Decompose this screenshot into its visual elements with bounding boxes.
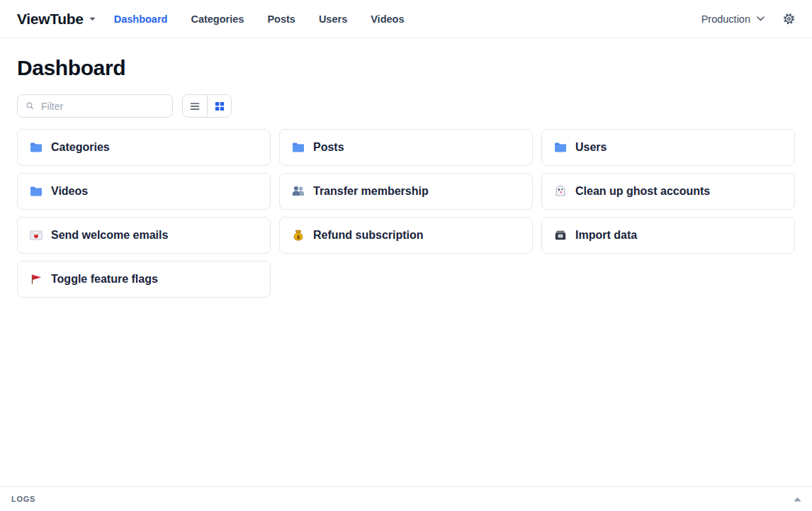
card-grid: Categories Posts Users Videos Transfer m… — [17, 129, 795, 298]
nav-item-dashboard[interactable]: Dashboard — [114, 13, 168, 25]
card-users[interactable]: Users — [541, 129, 795, 166]
settings-button[interactable] — [782, 11, 796, 26]
card-clean-up-ghost-accounts[interactable]: Clean up ghost accounts — [541, 173, 795, 210]
card-transfer-membership[interactable]: Transfer membership — [279, 173, 533, 210]
ghost-icon — [553, 184, 568, 198]
nav-item-categories[interactable]: Categories — [191, 13, 244, 25]
card-file-box-icon — [553, 228, 568, 242]
love-letter-icon — [29, 228, 43, 242]
top-bar: ViewTube DashboardCategoriesPostsUsersVi… — [0, 0, 812, 38]
grid-view-button[interactable] — [207, 95, 231, 117]
main-content: Dashboard Categories Posts Users Videos — [0, 55, 812, 298]
nav-item-users[interactable]: Users — [319, 13, 347, 25]
page-title: Dashboard — [17, 55, 795, 81]
money-bag-icon — [291, 228, 305, 242]
brand-name: ViewTube — [17, 11, 84, 28]
folder-icon — [553, 140, 568, 155]
logs-collapse-button[interactable] — [794, 497, 801, 502]
flag-icon — [29, 272, 43, 286]
environment-switcher[interactable]: Production — [701, 13, 765, 25]
brand-menu[interactable]: ViewTube — [17, 11, 96, 28]
environment-label: Production — [701, 13, 750, 25]
card-refund-subscription[interactable]: Refund subscription — [279, 217, 533, 254]
toolbar — [17, 94, 795, 118]
chevron-down-icon — [757, 16, 765, 21]
chevron-down-icon — [89, 17, 96, 21]
logs-panel-header[interactable]: LOGS — [0, 486, 812, 511]
gear-icon — [782, 11, 796, 26]
card-send-welcome-emails[interactable]: Send welcome emails — [17, 217, 271, 254]
card-videos[interactable]: Videos — [17, 173, 271, 210]
folder-icon — [291, 140, 305, 155]
triangle-up-icon — [794, 497, 801, 502]
card-toggle-feature-flags[interactable]: Toggle feature flags — [17, 261, 271, 298]
folder-icon — [29, 140, 43, 155]
nav-item-posts[interactable]: Posts — [267, 13, 295, 25]
list-icon — [188, 100, 201, 113]
list-view-button[interactable] — [183, 95, 207, 117]
filter-input[interactable] — [41, 101, 165, 112]
search-icon — [25, 100, 35, 112]
card-categories[interactable]: Categories — [17, 129, 271, 166]
filter-box — [17, 94, 173, 118]
card-import-data[interactable]: Import data — [541, 217, 795, 254]
top-bar-right: Production — [701, 11, 796, 26]
main-nav: DashboardCategoriesPostsUsersVideos — [114, 13, 405, 25]
grid-icon — [213, 100, 226, 113]
folder-icon — [29, 184, 43, 198]
view-toggle — [182, 94, 232, 118]
nav-item-videos[interactable]: Videos — [371, 13, 404, 25]
busts-icon — [291, 184, 305, 198]
logs-label: LOGS — [11, 495, 35, 503]
card-posts[interactable]: Posts — [279, 129, 533, 166]
